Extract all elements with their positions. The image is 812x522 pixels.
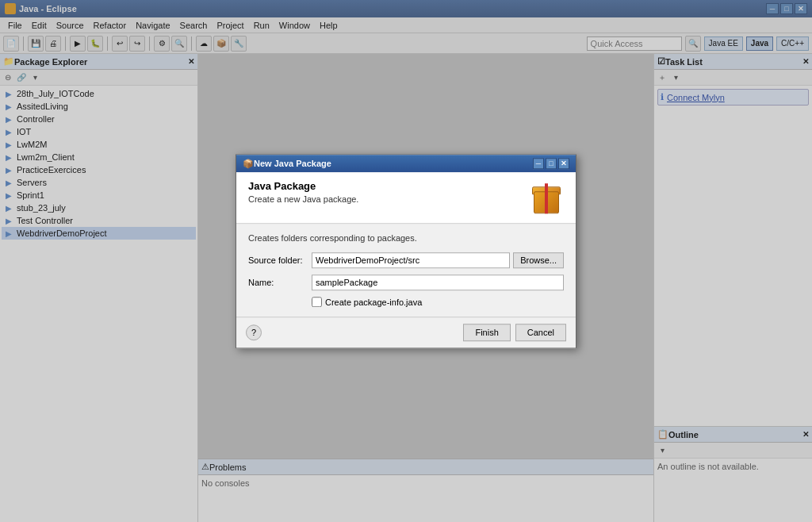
package-name-input[interactable] (312, 274, 564, 290)
dialog-close[interactable]: ✕ (558, 158, 569, 169)
checkbox-row: Create package-info.java (312, 297, 564, 307)
source-folder-input[interactable] (312, 252, 510, 268)
dialog-body: Creates folders corresponding to package… (236, 224, 576, 317)
dialog-header-title: Java Package (248, 180, 521, 192)
browse-button[interactable]: Browse... (513, 252, 564, 268)
dialog-description: Creates folders corresponding to package… (248, 233, 564, 243)
checkbox-label: Create package-info.java (325, 297, 422, 307)
ribbon-vertical (545, 183, 548, 213)
source-folder-label: Source folder: (248, 255, 312, 265)
package-icon (529, 180, 564, 215)
help-button[interactable]: ? (246, 324, 262, 340)
cancel-button[interactable]: Cancel (515, 324, 566, 341)
name-field: Name: (248, 274, 564, 290)
dialog-title: New Java Package (254, 159, 331, 168)
dialog-minimize[interactable]: ─ (533, 158, 544, 169)
finish-button[interactable]: Finish (463, 324, 510, 341)
new-java-package-dialog: 📦 New Java Package ─ □ ✕ Java Package Cr… (236, 154, 576, 348)
dialog-header-subtitle: Create a new Java package. (248, 194, 521, 204)
create-package-info-checkbox[interactable] (312, 297, 322, 307)
dialog-header-text: Java Package Create a new Java package. (248, 180, 521, 204)
dialog-maximize[interactable]: □ (546, 158, 557, 169)
dialog-icon: 📦 (243, 159, 254, 169)
dialog-header: Java Package Create a new Java package. (236, 172, 576, 224)
package-icon-container (529, 180, 564, 215)
source-folder-field: Source folder: Browse... (248, 252, 564, 268)
dialog-title-bar: 📦 New Java Package ─ □ ✕ (236, 155, 576, 172)
dialog-controls: ─ □ ✕ (533, 158, 569, 169)
dialog-footer: ? Finish Cancel (236, 317, 576, 347)
name-label: Name: (248, 278, 312, 287)
